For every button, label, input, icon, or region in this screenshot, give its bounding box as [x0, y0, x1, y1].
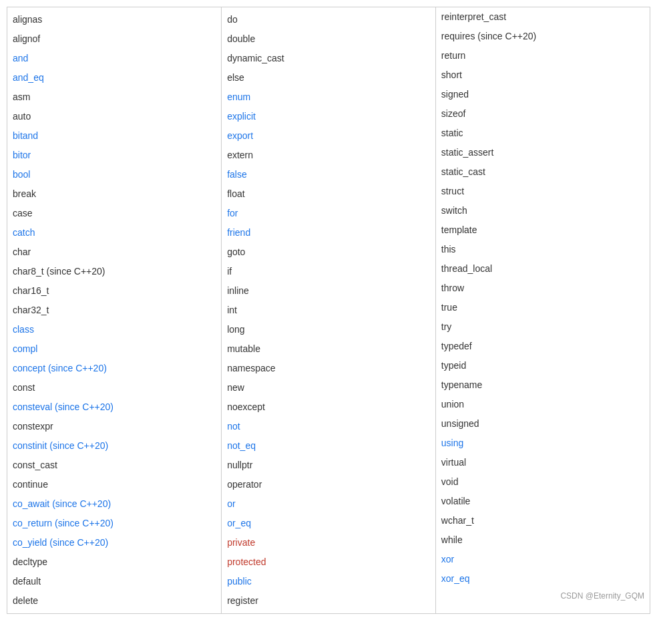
- keyword-item: typeid: [436, 356, 650, 375]
- keyword-item: explicit: [222, 107, 435, 126]
- keyword-item: false: [222, 165, 435, 184]
- keyword-item: const: [7, 378, 221, 397]
- keyword-item: and: [7, 49, 221, 68]
- keyword-item: double: [222, 29, 435, 49]
- keyword-item: goto: [222, 243, 435, 262]
- keyword-item: this: [436, 240, 650, 259]
- main-container: alignasalignofandand_eqasmautobitandbito…: [7, 7, 650, 614]
- keyword-item: continue: [7, 475, 221, 494]
- column-2: dodoubledynamic_castelseenumexplicitexpo…: [222, 7, 436, 613]
- keyword-item: constinit (since C++20): [7, 436, 221, 456]
- keyword-item: char32_t: [7, 301, 221, 320]
- keyword-item: static: [436, 124, 650, 143]
- keyword-item: alignof: [7, 29, 221, 49]
- keyword-item: virtual: [436, 453, 650, 472]
- keyword-item: catch: [7, 223, 221, 243]
- keyword-item: constexpr: [7, 417, 221, 436]
- keyword-item: switch: [436, 201, 650, 220]
- keyword-item: co_yield (since C++20): [7, 533, 221, 552]
- keyword-item: bool: [7, 165, 221, 184]
- keyword-item: static_cast: [436, 162, 650, 182]
- keyword-item: or: [222, 494, 435, 514]
- keyword-item: operator: [222, 475, 435, 494]
- column-3: reinterpret_castrequires (since C++20)re…: [435, 7, 650, 613]
- keyword-item: delete: [7, 591, 221, 611]
- keyword-item: private: [222, 533, 435, 552]
- keyword-item: float: [222, 184, 435, 204]
- keyword-item: inline: [222, 281, 435, 301]
- keyword-item: bitand: [7, 126, 221, 146]
- keyword-item: unsigned: [436, 414, 650, 434]
- keyword-item: decltype: [7, 552, 221, 572]
- keyword-item: concept (since C++20): [7, 359, 221, 378]
- keyword-item: friend: [222, 223, 435, 243]
- keyword-item: typename: [436, 375, 650, 395]
- keyword-item: alignas: [7, 10, 221, 29]
- column-1: alignasalignofandand_eqasmautobitandbito…: [7, 7, 222, 613]
- keyword-item: true: [436, 298, 650, 317]
- keyword-item: new: [222, 378, 435, 397]
- keyword-item: extern: [222, 146, 435, 165]
- keyword-item: xor: [436, 550, 650, 569]
- keyword-item: void: [436, 472, 650, 492]
- keyword-item: co_await (since C++20): [7, 494, 221, 514]
- keyword-item: using: [436, 434, 650, 453]
- keyword-table: alignasalignofandand_eqasmautobitandbito…: [7, 7, 650, 613]
- keyword-item: volatile: [436, 492, 650, 511]
- keyword-item: short: [436, 65, 650, 85]
- keyword-item: char: [7, 243, 221, 262]
- keyword-item: dynamic_cast: [222, 49, 435, 68]
- keyword-item: char16_t: [7, 281, 221, 301]
- keyword-item: enum: [222, 88, 435, 107]
- keyword-item: if: [222, 262, 435, 281]
- keyword-item: bitor: [7, 146, 221, 165]
- keyword-item: long: [222, 320, 435, 339]
- keyword-item: break: [7, 184, 221, 204]
- keyword-item: requires (since C++20): [436, 27, 650, 46]
- keyword-item: thread_local: [436, 259, 650, 279]
- keyword-item: case: [7, 204, 221, 223]
- keyword-item: consteval (since C++20): [7, 397, 221, 417]
- footer-text: CSDN @Eternity_GQM: [436, 589, 650, 603]
- keyword-item: namespace: [222, 359, 435, 378]
- keyword-item: auto: [7, 107, 221, 126]
- keyword-item: default: [7, 572, 221, 591]
- keyword-item: throw: [436, 279, 650, 298]
- keyword-item: else: [222, 68, 435, 88]
- keyword-item: co_return (since C++20): [7, 514, 221, 533]
- keyword-item: not: [222, 417, 435, 436]
- keyword-item: and_eq: [7, 68, 221, 88]
- keyword-item: union: [436, 395, 650, 414]
- keyword-item: reinterpret_cast: [436, 7, 650, 27]
- keyword-item: for: [222, 204, 435, 223]
- keyword-item: while: [436, 530, 650, 550]
- keyword-item: compl: [7, 339, 221, 359]
- keyword-item: class: [7, 320, 221, 339]
- keyword-item: int: [222, 301, 435, 320]
- keyword-item: protected: [222, 552, 435, 572]
- keyword-item: signed: [436, 85, 650, 104]
- keyword-item: do: [222, 10, 435, 29]
- keyword-item: export: [222, 126, 435, 146]
- keyword-item: nullptr: [222, 456, 435, 475]
- keyword-item: wchar_t: [436, 511, 650, 530]
- keyword-item: mutable: [222, 339, 435, 359]
- keyword-item: struct: [436, 182, 650, 201]
- keyword-item: xor_eq: [436, 569, 650, 589]
- keyword-item: static_assert: [436, 143, 650, 162]
- keyword-item: char8_t (since C++20): [7, 262, 221, 281]
- keyword-item: not_eq: [222, 436, 435, 456]
- keyword-item: typedef: [436, 337, 650, 356]
- keyword-item: or_eq: [222, 514, 435, 533]
- keyword-item: return: [436, 46, 650, 65]
- keyword-item: asm: [7, 88, 221, 107]
- keyword-item: public: [222, 572, 435, 591]
- keyword-item: try: [436, 317, 650, 337]
- keyword-item: const_cast: [7, 456, 221, 475]
- keyword-item: template: [436, 220, 650, 240]
- keyword-item: sizeof: [436, 104, 650, 124]
- keyword-item: noexcept: [222, 397, 435, 417]
- keyword-item: register: [222, 591, 435, 611]
